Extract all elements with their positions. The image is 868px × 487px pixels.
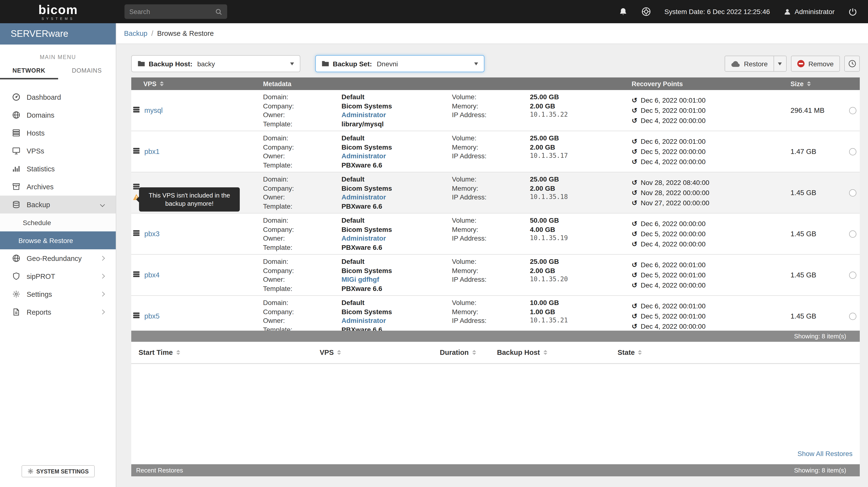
sidebar-item-reports[interactable]: Reports: [0, 303, 116, 321]
meta-value-domain: Default: [341, 134, 452, 142]
column-header-vps[interactable]: VPS: [131, 80, 263, 87]
sidebar-item-archives[interactable]: Archives: [0, 178, 116, 196]
sidebar-item-browse-restore[interactable]: Browse & Restore: [0, 231, 116, 249]
power-icon[interactable]: [848, 7, 857, 16]
sidebar-item-sipprot[interactable]: sipPROT: [0, 267, 116, 285]
column-header-duration[interactable]: Duration: [440, 349, 497, 356]
vps-name-link[interactable]: pbx5: [144, 312, 160, 320]
owner-link[interactable]: Administrator: [341, 234, 452, 243]
chevron-down-icon: [290, 62, 294, 65]
system-settings-button[interactable]: SYSTEM SETTINGS: [21, 465, 94, 477]
recovery-point[interactable]: ↺Dec 5, 2022 00:00:00: [631, 229, 790, 239]
select-vps-radio[interactable]: [849, 107, 856, 114]
recovery-point[interactable]: ↺Nov 27, 2022 00:00:00: [631, 198, 790, 208]
restore-button[interactable]: Restore: [724, 56, 774, 72]
tab-domains[interactable]: DOMAINS: [58, 62, 116, 79]
recovery-point[interactable]: ↺Dec 5, 2022 00:00:00: [631, 147, 790, 157]
meta-label-memory: Memory:: [452, 307, 530, 316]
sort-icon[interactable]: [638, 350, 642, 355]
backup-host-select[interactable]: Backup Host: backy: [131, 55, 300, 72]
remove-button[interactable]: Remove: [791, 56, 840, 72]
recovery-point[interactable]: ↺Dec 4, 2022 00:00:00: [631, 157, 790, 167]
recovery-point[interactable]: ↺Dec 6, 2022 00:01:00: [631, 301, 790, 311]
owner-link[interactable]: Administrator: [341, 152, 452, 160]
recovery-point[interactable]: ↺Nov 28, 2022 08:40:00: [631, 177, 790, 188]
meta-value-memory: 2.00 GB: [530, 184, 631, 193]
search-input[interactable]: [129, 8, 215, 15]
showing-count: Showing: 8 item(s): [794, 332, 846, 340]
recovery-point[interactable]: ↺Dec 4, 2022 00:00:00: [631, 280, 790, 290]
vps-name-link[interactable]: pbx4: [144, 271, 160, 279]
user-menu[interactable]: Administrator: [783, 8, 835, 15]
select-vps-radio[interactable]: [849, 189, 856, 196]
recovery-point[interactable]: ↺Dec 5, 2022 00:01:00: [631, 105, 790, 116]
sidebar-item-statistics[interactable]: Statistics: [0, 160, 116, 178]
recovery-point[interactable]: ↺Dec 4, 2022 00:00:00: [631, 239, 790, 249]
sort-icon[interactable]: [176, 350, 180, 355]
vps-name-link[interactable]: mysql: [144, 106, 163, 114]
meta-value-template: PBXware 6.6: [341, 160, 452, 169]
brand-header: SERVERware: [0, 23, 116, 44]
sidebar-item-hosts[interactable]: Hosts: [0, 124, 116, 142]
support-lifering-icon[interactable]: [641, 7, 651, 17]
column-header-backup-host[interactable]: Backup Host: [497, 349, 618, 356]
recovery-point[interactable]: ↺Dec 6, 2022 00:01:00: [631, 260, 790, 270]
recovery-point[interactable]: ↺Dec 6, 2022 00:01:00: [631, 136, 790, 147]
sort-icon[interactable]: [543, 350, 547, 355]
meta-value-ip: 10.1.35.19: [530, 234, 631, 243]
meta-value-domain: Default: [341, 216, 452, 225]
notifications-bell-icon[interactable]: [618, 7, 627, 16]
meta-label-domain: Domain:: [263, 175, 341, 184]
column-header-state[interactable]: State: [618, 349, 860, 356]
table-row-pbx4: pbx4 Domain:Default Volume:25.00 GB Comp…: [131, 255, 860, 296]
clock-icon: [848, 60, 856, 68]
column-header-size[interactable]: Size: [790, 80, 845, 87]
show-all-restores-link[interactable]: Show All Restores: [798, 450, 852, 457]
history-settings-button[interactable]: [844, 56, 860, 72]
owner-link[interactable]: Administrator: [341, 193, 452, 202]
search-icon[interactable]: [215, 8, 222, 15]
sidebar-item-dashboard[interactable]: Dashboard: [0, 88, 116, 106]
owner-link[interactable]: MIGi gdfhgf: [341, 275, 452, 284]
recovery-point[interactable]: ↺Dec 5, 2022 00:01:00: [631, 311, 790, 321]
recovery-point[interactable]: ↺Dec 4, 2022 00:00:00: [631, 116, 790, 126]
sort-icon[interactable]: [337, 350, 341, 355]
table-row-pbx5: pbx5 Domain:Default Volume:10.00 GB Comp…: [131, 296, 860, 331]
backup-set-select[interactable]: Backup Set: Dnevni: [315, 55, 485, 72]
recovery-point[interactable]: ↺Dec 4, 2022 00:00:00: [631, 321, 790, 331]
select-vps-radio[interactable]: [849, 230, 856, 237]
main-menu-label: MAIN MENU: [0, 54, 116, 60]
vps-name-link[interactable]: pbx1: [144, 148, 160, 155]
sort-icon[interactable]: [472, 350, 476, 355]
tab-network[interactable]: NETWORK: [0, 62, 58, 79]
select-vps-radio[interactable]: [849, 313, 856, 320]
column-header-start-time[interactable]: Start Time: [131, 349, 320, 356]
breadcrumb-backup-link[interactable]: Backup: [124, 30, 148, 37]
meta-value-template: PBXware 6.6: [341, 243, 452, 252]
select-vps-radio[interactable]: [849, 271, 856, 279]
vps-name-link[interactable]: pbx3: [144, 230, 160, 238]
sidebar-item-geo-redundancy[interactable]: Geo-Redundancy: [0, 249, 116, 267]
sidebar-item-schedule[interactable]: Schedule: [0, 214, 116, 231]
sort-icon[interactable]: [807, 81, 811, 87]
owner-link[interactable]: Administrator: [341, 316, 452, 325]
bar-chart-icon: [12, 165, 20, 173]
restore-point-icon: ↺: [631, 239, 637, 249]
sort-icon[interactable]: [160, 81, 164, 87]
system-date: System Date: 6 Dec 2022 12:25:46: [664, 8, 770, 15]
meta-label-company: Company:: [263, 142, 341, 152]
recovery-point[interactable]: ↺Nov 28, 2022 00:00:00: [631, 188, 790, 198]
select-vps-radio[interactable]: [849, 148, 856, 155]
column-header-vps[interactable]: VPS: [320, 349, 440, 356]
sidebar-item-backup[interactable]: Backup: [0, 196, 116, 214]
globe-icon: [12, 111, 20, 119]
sidebar-item-domains[interactable]: Domains: [0, 106, 116, 124]
owner-link[interactable]: Administrator: [341, 110, 452, 119]
sidebar-item-settings[interactable]: Settings: [0, 285, 116, 303]
meta-label-company: Company:: [263, 225, 341, 234]
sidebar-item-vpss[interactable]: VPSs: [0, 142, 116, 160]
recovery-point[interactable]: ↺Dec 5, 2022 00:01:00: [631, 270, 790, 280]
recovery-point[interactable]: ↺Dec 6, 2022 00:00:00: [631, 219, 790, 229]
recovery-point[interactable]: ↺Dec 6, 2022 00:01:00: [631, 95, 790, 105]
restore-options-button[interactable]: [774, 56, 786, 72]
